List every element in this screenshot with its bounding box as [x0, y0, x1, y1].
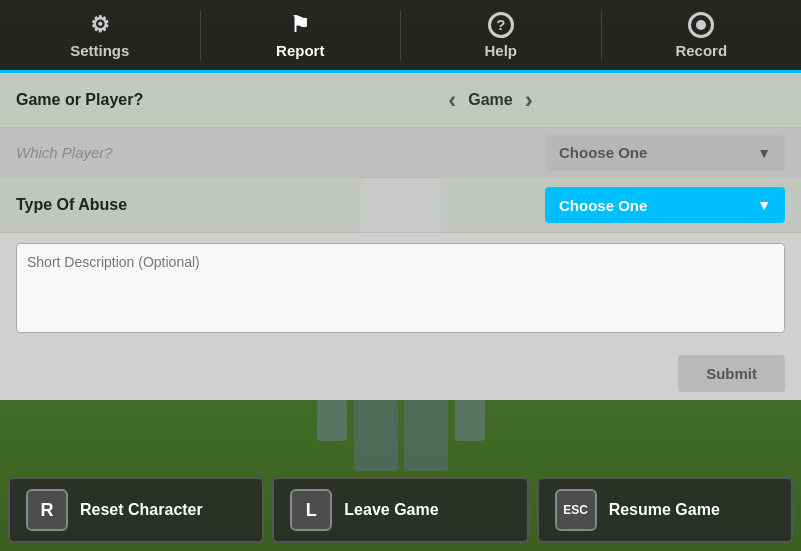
- type-of-abuse-row: Type Of Abuse Choose One ▼: [0, 178, 801, 233]
- which-player-dropdown-arrow: ▼: [757, 145, 771, 161]
- gear-icon: ⚙: [90, 12, 110, 38]
- nav-report-label: Report: [276, 42, 324, 59]
- resume-game-label: Resume Game: [609, 501, 720, 519]
- description-textarea[interactable]: [16, 243, 785, 333]
- next-arrow[interactable]: ›: [525, 86, 533, 114]
- record-icon: [688, 12, 714, 38]
- form-panel: Game or Player? ‹ Game › Which Player? C…: [0, 73, 801, 400]
- nav-settings[interactable]: ⚙ Settings: [0, 0, 200, 73]
- leave-key-badge: L: [290, 489, 332, 531]
- nav-help[interactable]: ? Help: [401, 0, 601, 73]
- type-of-abuse-dropdown-arrow: ▼: [757, 197, 771, 213]
- submit-button[interactable]: Submit: [678, 355, 785, 392]
- prev-arrow[interactable]: ‹: [448, 86, 456, 114]
- bottom-bar: R Reset Character L Leave Game ESC Resum…: [0, 469, 801, 551]
- reset-character-button[interactable]: R Reset Character: [8, 477, 264, 543]
- nav-bar: ⚙ Settings ⚑ Report ? Help Record: [0, 0, 801, 73]
- game-or-player-value: Game: [468, 91, 512, 109]
- which-player-label: Which Player?: [16, 144, 196, 161]
- game-or-player-label: Game or Player?: [16, 91, 196, 109]
- submit-row: Submit: [0, 347, 801, 400]
- nav-record[interactable]: Record: [602, 0, 802, 73]
- ui-overlay: ⚙ Settings ⚑ Report ? Help Record Game o…: [0, 0, 801, 551]
- game-or-player-control: ‹ Game ›: [196, 86, 785, 114]
- type-of-abuse-dropdown[interactable]: Choose One ▼: [545, 187, 785, 223]
- flag-icon: ⚑: [290, 12, 310, 38]
- resume-key-badge: ESC: [555, 489, 597, 531]
- which-player-dropdown-value: Choose One: [559, 144, 647, 161]
- leave-game-label: Leave Game: [344, 501, 438, 519]
- reset-key-badge: R: [26, 489, 68, 531]
- nav-report[interactable]: ⚑ Report: [201, 0, 401, 73]
- type-of-abuse-dropdown-value: Choose One: [559, 197, 647, 214]
- which-player-row: Which Player? Choose One ▼: [0, 128, 801, 178]
- nav-help-label: Help: [484, 42, 517, 59]
- leave-game-button[interactable]: L Leave Game: [272, 477, 528, 543]
- reset-character-label: Reset Character: [80, 501, 203, 519]
- description-row: [0, 233, 801, 347]
- nav-record-label: Record: [675, 42, 727, 59]
- resume-game-button[interactable]: ESC Resume Game: [537, 477, 793, 543]
- record-dot: [696, 20, 706, 30]
- type-of-abuse-label: Type Of Abuse: [16, 196, 196, 214]
- nav-settings-label: Settings: [70, 42, 129, 59]
- game-or-player-row: Game or Player? ‹ Game ›: [0, 73, 801, 128]
- which-player-dropdown[interactable]: Choose One ▼: [545, 135, 785, 171]
- help-icon: ?: [488, 12, 514, 38]
